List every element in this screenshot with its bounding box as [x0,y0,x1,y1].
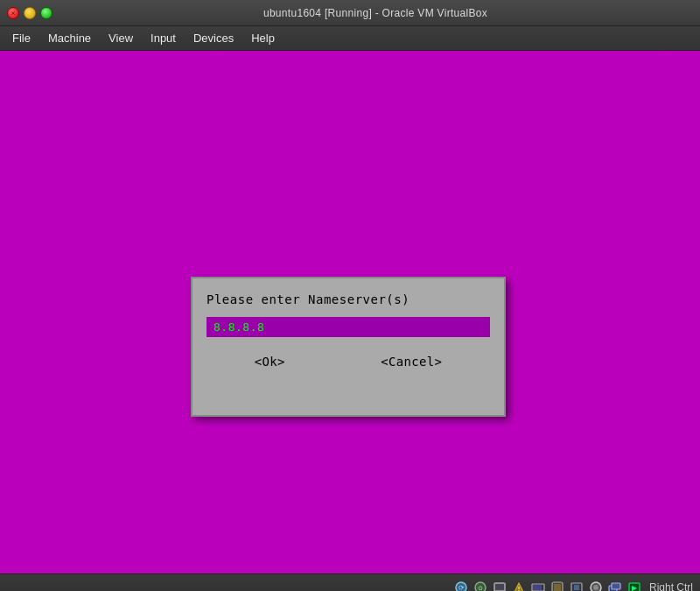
status-icon-9[interactable] [607,580,623,592]
ok-button[interactable]: <Ok> [241,351,299,372]
status-icon-3[interactable] [492,580,508,592]
menu-devices[interactable]: Devices [185,28,242,48]
svg-rect-9 [533,585,542,590]
right-ctrl-label: Right Ctrl [649,581,693,592]
maximize-button[interactable] [40,7,52,19]
status-icon-green[interactable]: ▶ [626,580,642,592]
input-wrapper [206,317,490,337]
window-title: ubuntu1604 [Running] - Oracle VM Virtual… [58,7,693,19]
status-icon-7[interactable] [569,580,584,592]
dialog-buttons: <Ok> <Cancel> [206,351,490,372]
menu-file[interactable]: File [4,28,39,48]
svg-text:▶: ▶ [632,584,638,592]
svg-text:⊙: ⊙ [478,585,483,591]
svg-point-15 [593,585,598,590]
nameserver-input[interactable] [210,319,486,335]
close-button[interactable]: × [7,7,19,19]
menu-view[interactable]: View [100,28,142,48]
cancel-button[interactable]: <Cancel> [367,351,456,372]
vm-area: Please enter Nameserver(s) <Ok> <Cancel> [0,51,700,573]
status-icon-1[interactable]: ⟳ [453,580,469,592]
status-icon-5[interactable] [530,580,546,592]
svg-rect-17 [612,583,620,589]
menu-input[interactable]: Input [142,28,185,48]
status-icon-6[interactable] [550,580,565,592]
statusbar: ⟳ ⊙ [0,573,700,591]
close-icon: × [10,9,15,18]
menubar: File Machine View Input Devices Help [0,26,700,51]
svg-rect-13 [574,585,579,590]
minimize-button[interactable] [24,7,36,19]
status-icon-8[interactable] [588,580,604,592]
titlebar: × ubuntu1604 [Running] - Oracle VM Virtu… [0,0,700,26]
svg-rect-4 [494,583,505,591]
svg-point-7 [518,589,519,590]
window-controls: × [7,7,52,19]
dialog-title: Please enter Nameserver(s) [206,292,490,306]
dialog-box: Please enter Nameserver(s) <Ok> <Cancel> [191,277,506,417]
menu-machine[interactable]: Machine [39,28,100,48]
status-icon-4[interactable] [511,580,527,592]
status-icon-2[interactable]: ⊙ [472,580,488,592]
svg-rect-11 [554,584,561,591]
svg-text:⟳: ⟳ [458,584,464,592]
menu-help[interactable]: Help [242,28,284,48]
